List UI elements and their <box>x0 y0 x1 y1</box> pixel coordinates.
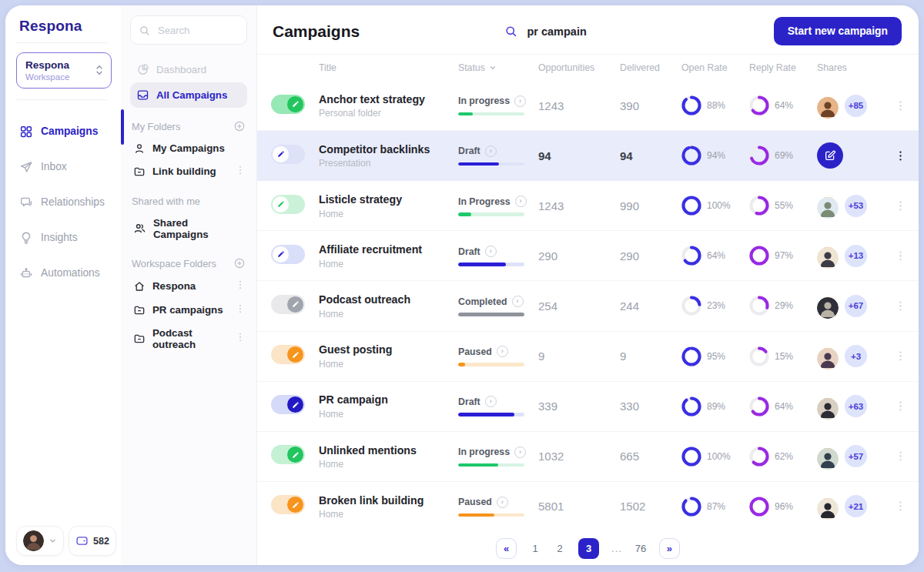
campaign-title: Guest posting <box>319 343 458 356</box>
folder-item-label: Link building <box>152 166 216 177</box>
shares-count-badge[interactable]: +67 <box>845 295 867 317</box>
row-menu-dots[interactable] <box>891 400 909 413</box>
table-row[interactable]: Anchor text strategyPersonal folderIn pr… <box>257 81 919 131</box>
campaign-search-input[interactable] <box>525 25 628 38</box>
sidebar-item-inbox[interactable]: Inbox <box>16 152 112 182</box>
column-opportunities: Opportunities <box>538 62 620 73</box>
shares-count-badge[interactable]: +13 <box>845 245 867 267</box>
sidebar-item-campaigns[interactable]: Campaigns <box>16 117 112 146</box>
pagination-next-button[interactable]: » <box>659 538 680 559</box>
row-menu-dots[interactable] <box>891 350 909 363</box>
campaign-toggle[interactable] <box>271 295 305 314</box>
reply-rate-cell: 15% <box>749 346 817 366</box>
workspace-selector[interactable]: Respona Workspace <box>16 52 112 89</box>
reply-rate-value: 69% <box>775 150 793 161</box>
sidebar: Respona Respona Workspace CampaignsInbox… <box>5 5 121 565</box>
folder-item-label: My Campaigns <box>152 142 225 154</box>
sidebar-item-automations[interactable]: Automations <box>16 259 112 288</box>
compose-button[interactable] <box>817 142 843 169</box>
folder-section-title: My Folders <box>132 121 180 132</box>
row-menu-dots[interactable] <box>891 450 909 463</box>
row-menu-dots[interactable] <box>891 500 909 513</box>
campaign-title: Broken link building <box>319 493 458 507</box>
shares-count-badge[interactable]: +85 <box>845 95 867 117</box>
status-progress-bar <box>458 463 524 467</box>
sidebar-item-relationships[interactable]: Relationships <box>16 188 112 217</box>
sidebar-item-insights[interactable]: Insights <box>16 223 112 253</box>
table-row[interactable]: Listicle strategyHomeIn Progress›1243990… <box>257 181 919 231</box>
credits-wallet[interactable]: 582 <box>69 526 116 556</box>
campaign-toggle[interactable] <box>271 345 305 364</box>
folder-section-header: Shared with me <box>132 196 246 207</box>
card-icon <box>75 534 89 547</box>
open-rate-cell: 94% <box>681 146 749 166</box>
pencil-icon <box>273 246 289 263</box>
folder-item-shared-campaigns[interactable]: Shared Campaigns <box>130 212 247 245</box>
row-menu-dots[interactable] <box>891 199 909 212</box>
item-menu-dots[interactable] <box>236 279 244 293</box>
table-row[interactable]: Competitor backlinksPresentationDraft›94… <box>257 131 919 181</box>
status-label: Draft <box>458 396 480 407</box>
row-menu-dots[interactable] <box>891 149 909 162</box>
folder-item-respona[interactable]: Respona <box>130 274 247 298</box>
sidebar-item-label: Relationships <box>41 196 105 208</box>
status-label: Paused <box>458 497 492 507</box>
item-menu-dots[interactable] <box>236 332 244 346</box>
campaign-folder: Home <box>319 209 458 219</box>
robot-icon <box>19 266 33 280</box>
shares-count-badge[interactable]: +53 <box>845 195 867 217</box>
pagination-page-3[interactable]: 3 <box>578 538 599 559</box>
table-row[interactable]: Broken link buildingHomePaused›580115028… <box>257 482 919 531</box>
reply-rate-value: 64% <box>775 401 793 412</box>
pagination-page-1[interactable]: 1 <box>529 543 541 554</box>
row-menu-dots[interactable] <box>891 99 909 112</box>
folder-section-title: Shared with me <box>132 196 200 207</box>
row-menu-dots[interactable] <box>891 249 909 263</box>
table-row[interactable]: Guest postingHomePaused›9995%15%+3 <box>257 332 919 382</box>
shares-cell: +85 <box>817 92 891 119</box>
table-row[interactable]: Unlinked mentionsHomeIn progress›1032665… <box>257 432 919 482</box>
folder-search[interactable] <box>130 15 247 45</box>
folder-item-all-campaigns[interactable]: All Campaigns <box>130 82 247 108</box>
pagination-prev-button[interactable]: « <box>496 538 517 559</box>
start-new-campaign-button[interactable]: Start new campaign <box>774 17 902 45</box>
folder-item-link-building[interactable]: Link building <box>130 159 247 183</box>
folder-item-my-campaigns[interactable]: My Campaigns <box>130 137 247 159</box>
search-input[interactable] <box>156 24 236 37</box>
row-menu-dots[interactable] <box>891 299 909 313</box>
table-row[interactable]: Affiliate recruitmentHomeDraft›29029064%… <box>257 231 919 281</box>
donut-chart <box>749 146 769 166</box>
shares-count-badge[interactable]: +63 <box>845 395 867 417</box>
campaign-toggle[interactable] <box>271 95 305 114</box>
status-info-icon: › <box>512 296 524 307</box>
open-rate-value: 95% <box>707 351 725 362</box>
folder-item-dashboard[interactable]: Dashboard <box>130 57 247 82</box>
donut-chart <box>681 447 701 467</box>
folder-item-podcast-outreach[interactable]: Podcast outreach <box>130 322 247 355</box>
table-row[interactable]: Podcast outreachHomeCompleted›25424423%2… <box>257 281 919 331</box>
status-info-icon: › <box>485 246 497 257</box>
shares-count-badge[interactable]: +21 <box>845 495 867 517</box>
item-menu-dots[interactable] <box>236 165 244 179</box>
open-rate-cell: 100% <box>681 447 749 467</box>
reply-rate-value: 29% <box>775 300 793 311</box>
active-route-indicator <box>121 109 124 145</box>
campaign-search[interactable] <box>504 25 628 38</box>
pagination-page-76[interactable]: 76 <box>634 543 647 554</box>
campaign-toggle[interactable] <box>271 445 305 464</box>
campaign-toggle[interactable] <box>271 145 305 164</box>
shares-count-badge[interactable]: +3 <box>845 345 867 367</box>
campaign-toggle[interactable] <box>271 195 305 214</box>
campaign-toggle[interactable] <box>271 495 305 514</box>
item-menu-dots[interactable] <box>236 303 244 317</box>
campaign-toggle[interactable] <box>271 395 305 414</box>
opportunities-value: 1032 <box>538 450 620 463</box>
column-status[interactable]: Status <box>458 62 538 73</box>
campaign-toggle[interactable] <box>271 245 305 264</box>
folder-icon <box>133 304 146 316</box>
folder-item-pr-campaigns[interactable]: PR campaigns <box>130 298 247 322</box>
pagination-page-2[interactable]: 2 <box>554 543 566 554</box>
user-menu[interactable] <box>16 526 64 556</box>
table-row[interactable]: PR campaignHomeDraft›33933089%64%+63 <box>257 382 919 432</box>
shares-count-badge[interactable]: +57 <box>845 445 867 467</box>
